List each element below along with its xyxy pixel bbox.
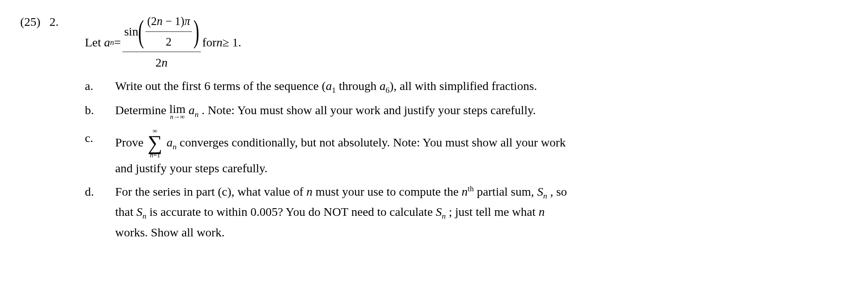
c-a-sub: n [173, 142, 177, 150]
part-b-text: Determine lim n→∞ an . Note: You must sh… [115, 100, 848, 121]
c-a: a [166, 135, 173, 148]
let-word: Let [85, 33, 101, 52]
summation: ∞ ∑ n=1 [148, 128, 162, 159]
part-d-text5: that [115, 205, 137, 218]
lim-word: lim [169, 103, 185, 114]
d-n2: n [461, 185, 468, 198]
S2-sub: n [143, 212, 147, 220]
part-a-text: Write out the first 6 terms of the seque… [115, 76, 848, 96]
inner-rparen: ) [181, 15, 185, 27]
S2: S [137, 205, 143, 218]
S1: S [537, 185, 543, 198]
big-rparen: ) [193, 18, 199, 45]
n-var: n [216, 33, 222, 52]
definition: Let an = sin ( (2n − 1)π 2 ) [85, 12, 241, 72]
part-b: b. Determine lim n→∞ an . Note: You must… [85, 100, 848, 121]
sum-bot-eq1: =1 [153, 151, 160, 159]
inner-den: 2 [164, 32, 173, 51]
part-c: c. Prove ∞ ∑ n=1 an converges conditiona… [85, 128, 848, 178]
part-c-text3: and justify your steps carefully. [115, 161, 268, 175]
part-a-text1: Write out the first 6 terms of the seque… [115, 79, 326, 92]
points: (25) [20, 15, 40, 28]
part-b-label: b. [85, 100, 115, 120]
sum-bot-n: n [150, 151, 153, 159]
big-lparen: ( [138, 18, 144, 45]
d-n1: n [306, 185, 312, 198]
a6-a: a [379, 79, 386, 92]
outer-den-n: n [162, 56, 168, 69]
part-d-text7: ; just tell me what [446, 205, 539, 218]
problem-header: (25) 2. Let an = sin ( (2n − 1)π 2 ) [20, 12, 848, 72]
part-b-text2: . Note: You must show all your work and … [202, 103, 536, 117]
part-b-text1: Determine [115, 103, 169, 117]
part-c-label: c. [85, 128, 115, 148]
S3-sub: n [442, 212, 446, 220]
part-c-text1: Prove [115, 135, 147, 148]
geq-1: ≥ 1. [222, 33, 241, 52]
part-a: a. Write out the first 6 terms of the se… [85, 76, 848, 96]
part-d-text6: is accurate to within 0.005? You do NOT … [146, 205, 436, 218]
part-a-text2: ), all with simplified fractions. [390, 79, 537, 92]
problem-label: (25) 2. [20, 12, 85, 31]
b-a-sub: n [195, 110, 199, 119]
b-a: a [189, 103, 195, 117]
part-d: d. For the series in part (c), what valu… [85, 182, 848, 242]
sum-sigma: ∑ [148, 134, 162, 152]
lim-n: n [170, 113, 173, 121]
part-d-text1: For the series in part (c), what value o… [115, 185, 306, 198]
for-word: for [202, 33, 217, 52]
lim-arrow: →∞ [173, 113, 185, 121]
th-sup: th [468, 184, 474, 193]
part-d-label: d. [85, 182, 115, 201]
d-n3: n [539, 205, 545, 218]
a1-a: a [326, 79, 332, 92]
equals: = [114, 33, 121, 52]
S1-sub: n [543, 192, 547, 200]
sin: sin [124, 22, 138, 41]
inner-lparen: ( [147, 15, 151, 27]
a1-sub: 1 [332, 86, 336, 94]
a-var: a [104, 33, 110, 52]
a-sub-n: n [110, 36, 114, 48]
S3: S [436, 205, 442, 218]
outer-den-2: 2 [156, 56, 162, 69]
part-a-label: a. [85, 76, 115, 96]
part-d-text: For the series in part (c), what value o… [115, 182, 848, 242]
limit-expr: lim n→∞ [169, 103, 185, 120]
inner-2: 2 [151, 15, 157, 27]
through: through [336, 79, 379, 92]
part-d-text2: must your use to compute the [312, 185, 461, 198]
part-d-text3: partial sum, [474, 185, 537, 198]
main-fraction: sin ( (2n − 1)π 2 ) 2n [122, 12, 200, 72]
pi: π [184, 15, 190, 27]
inner-minus1: − 1 [162, 15, 181, 27]
part-c-text: Prove ∞ ∑ n=1 an converges conditionally… [115, 128, 848, 178]
sin-expression: sin ( (2n − 1)π 2 ) [124, 12, 199, 51]
part-d-text4: , so [547, 185, 567, 198]
inner-n: n [157, 15, 162, 27]
problem-number: 2. [49, 15, 59, 28]
parts-list: a. Write out the first 6 terms of the se… [85, 76, 848, 242]
inner-fraction: (2n − 1)π 2 [145, 12, 192, 51]
a6-sub: 6 [386, 86, 390, 94]
part-d-text8: works. Show all work. [115, 226, 225, 239]
part-c-text2: converges conditionally, but not absolut… [180, 135, 566, 148]
